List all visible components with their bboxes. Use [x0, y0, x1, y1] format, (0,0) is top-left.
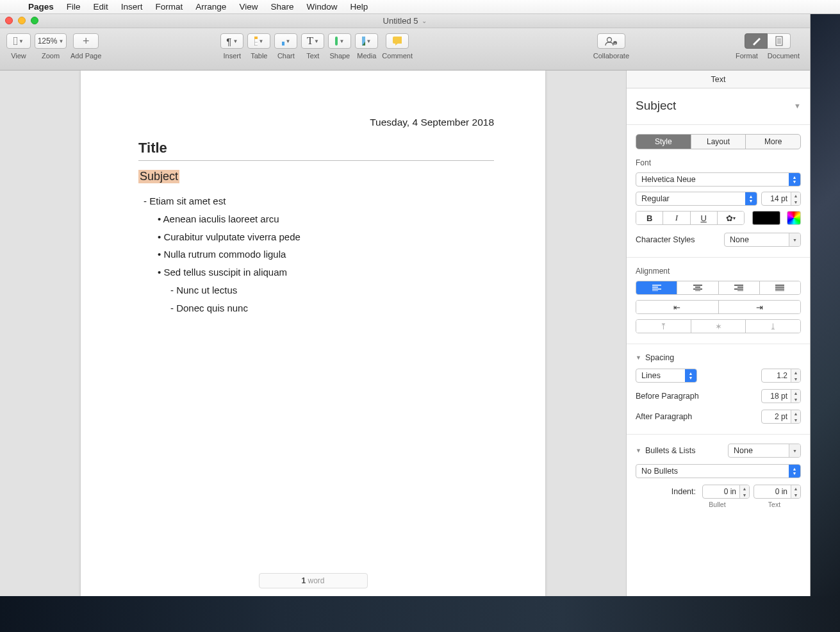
window-zoom-button[interactable] — [31, 17, 38, 24]
chart-icon — [281, 37, 284, 46]
desktop-background — [0, 596, 840, 632]
tab-layout[interactable]: Layout — [691, 135, 746, 149]
media-icon — [362, 37, 365, 46]
list-item[interactable]: Nulla rutrum commodo ligula — [138, 245, 494, 263]
menu-file[interactable]: File — [60, 2, 87, 12]
stepper-icon[interactable]: ▲▼ — [791, 485, 800, 498]
valign-bottom-button[interactable]: ⤓ — [746, 320, 800, 333]
insert-button[interactable]: ¶▼ — [220, 33, 243, 49]
after-paragraph-field[interactable]: 2 pt ▲▼ — [761, 410, 801, 424]
paintbrush-icon — [752, 37, 761, 46]
window-close-button[interactable] — [5, 17, 13, 24]
document-title-text[interactable]: Title — [138, 140, 494, 156]
menu-arrange[interactable]: Arrange — [189, 2, 233, 12]
page[interactable]: Tuesday, 4 September 2018 Title Subject … — [81, 71, 545, 596]
chart-label: Chart — [277, 52, 295, 60]
underline-button[interactable]: U — [691, 212, 718, 224]
align-left-button[interactable] — [636, 281, 677, 294]
menu-help[interactable]: Help — [343, 2, 374, 12]
color-picker-button[interactable] — [787, 211, 801, 225]
document-title[interactable]: Untitled 5 ⌄ — [383, 16, 427, 26]
align-center-button[interactable] — [677, 281, 718, 294]
collaborate-button[interactable]: + — [597, 33, 625, 49]
menu-insert[interactable]: Insert — [115, 2, 149, 12]
valign-middle-button[interactable]: ✶ — [691, 320, 746, 333]
stepper-icon[interactable]: ▲▼ — [791, 410, 800, 423]
bullet-type-dropdown[interactable]: No Bullets ▲▼ — [636, 464, 801, 478]
spacing-disclosure[interactable]: ▼ Spacing — [636, 353, 801, 362]
list-item[interactable]: Sed tellus suscipit in aliquam — [138, 263, 494, 281]
align-right-button[interactable] — [719, 281, 760, 294]
dropdown-arrows-icon: ▲▼ — [685, 369, 696, 382]
indent-button[interactable]: ⇥ — [719, 301, 801, 313]
view-button[interactable]: ▼ — [6, 33, 31, 49]
line-spacing-value-field[interactable]: 1.2 ▲▼ — [761, 369, 801, 383]
font-size-field[interactable]: 14 pt ▲▼ — [761, 192, 801, 206]
menu-share[interactable]: Share — [264, 2, 300, 12]
svg-rect-13 — [393, 37, 402, 44]
svg-marker-14 — [395, 43, 399, 46]
stepper-icon[interactable]: ▲▼ — [791, 192, 800, 205]
stepper-icon[interactable]: ▲▼ — [791, 390, 800, 403]
body-list[interactable]: Etiam sit amet est Aenean iaculis laoree… — [138, 192, 494, 317]
chart-button[interactable]: ▼ — [274, 33, 297, 49]
stepper-icon[interactable]: ▲▼ — [739, 485, 749, 498]
list-item[interactable]: Aenean iaculis laoreet arcu — [138, 210, 494, 228]
before-paragraph-field[interactable]: 18 pt ▲▼ — [761, 389, 801, 403]
bold-button[interactable]: B — [636, 212, 663, 224]
menu-view[interactable]: View — [233, 2, 264, 12]
menu-format[interactable]: Format — [149, 2, 190, 12]
add-page-button[interactable]: + — [73, 33, 99, 49]
before-paragraph-label: Before Paragraph — [636, 392, 699, 401]
stepper-icon[interactable]: ▲▼ — [791, 369, 800, 382]
shape-button[interactable]: ▼ — [328, 33, 351, 49]
italic-button[interactable]: I — [663, 212, 690, 224]
font-family-dropdown[interactable]: Helvetica Neue ▲▼ — [636, 172, 801, 187]
inspector-tab-text[interactable]: Text — [711, 75, 726, 84]
font-options-button[interactable]: ✿▾ — [718, 212, 744, 224]
text-color-well[interactable] — [752, 211, 780, 225]
document-inspector-button[interactable] — [768, 33, 791, 49]
subject-heading[interactable]: Subject — [138, 170, 179, 183]
window-minimize-button[interactable] — [18, 17, 26, 24]
bullet-indent-field[interactable]: 0 in ▲▼ — [702, 485, 750, 499]
dropdown-arrows-icon: ▲▼ — [789, 173, 800, 186]
media-label: Media — [357, 52, 376, 60]
list-item[interactable]: Nunc ut lectus — [138, 281, 494, 299]
list-item[interactable]: Curabitur vulputate viverra pede — [138, 228, 494, 246]
zoom-dropdown[interactable]: 125%▼ — [35, 33, 67, 49]
bullets-preset-dropdown[interactable]: None ▼ — [728, 444, 801, 458]
valign-top-button[interactable]: ⤒ — [636, 320, 691, 333]
line-spacing-mode-dropdown[interactable]: Lines ▲▼ — [636, 369, 697, 383]
comment-button[interactable] — [386, 33, 409, 49]
paragraph-style-picker[interactable]: Subject ▼ — [627, 88, 810, 125]
menu-window[interactable]: Window — [300, 2, 343, 12]
outdent-button[interactable]: ⇤ — [636, 301, 719, 313]
horizontal-alignment-buttons — [636, 281, 801, 295]
document-date[interactable]: Tuesday, 4 September 2018 — [138, 117, 494, 128]
tab-style[interactable]: Style — [636, 135, 691, 149]
list-item[interactable]: Donec quis nunc — [138, 299, 494, 317]
app-menu[interactable]: Pages — [22, 2, 60, 12]
format-inspector: Text Subject ▼ Style Layout More Font He… — [626, 71, 810, 596]
document-canvas[interactable]: Tuesday, 4 September 2018 Title Subject … — [0, 71, 626, 596]
character-styles-dropdown[interactable]: None ▼ — [724, 233, 801, 247]
text-button[interactable]: T▼ — [301, 33, 324, 49]
tab-more[interactable]: More — [746, 135, 800, 149]
table-button[interactable]: ▼ — [247, 33, 270, 49]
table-icon — [254, 37, 258, 46]
character-styles-value: None — [725, 235, 789, 244]
align-justify-button[interactable] — [760, 281, 800, 294]
chevron-down-icon: ▼ — [789, 444, 800, 457]
outdent-icon: ⇤ — [673, 303, 680, 312]
collaborate-icon: + — [605, 37, 618, 46]
text-indent-field[interactable]: 0 in ▲▼ — [754, 485, 801, 499]
menu-edit[interactable]: Edit — [87, 2, 115, 12]
format-inspector-button[interactable] — [745, 33, 768, 49]
bullets-disclosure[interactable]: ▼ Bullets & Lists — [636, 446, 695, 455]
font-label: Font — [636, 158, 801, 167]
media-button[interactable]: ▼ — [355, 33, 378, 49]
font-style-dropdown[interactable]: Regular ▲▼ — [636, 192, 757, 206]
word-count-indicator[interactable]: 1 word — [259, 573, 368, 588]
list-item[interactable]: Etiam sit amet est — [138, 192, 494, 210]
